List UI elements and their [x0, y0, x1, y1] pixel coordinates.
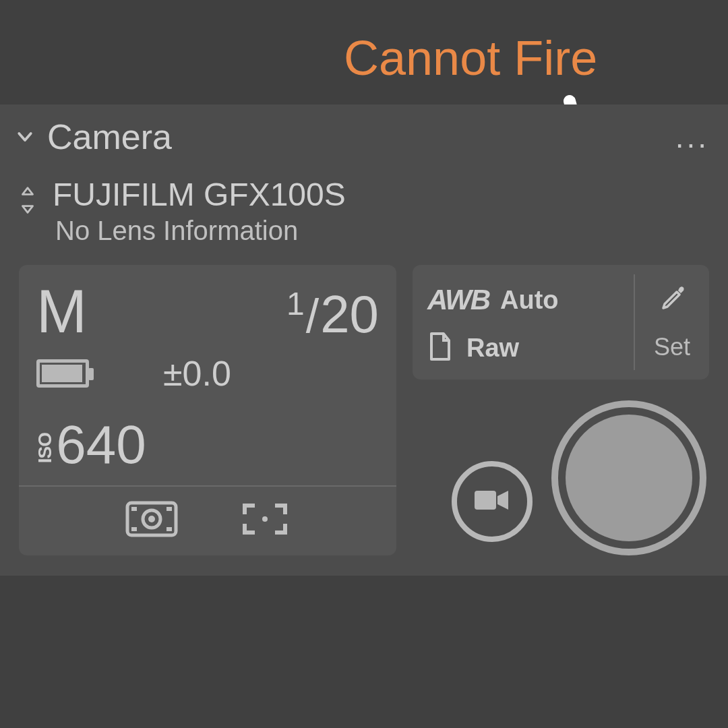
video-icon [473, 487, 511, 516]
wb-picker-set[interactable]: Set [635, 265, 709, 380]
shutter-denominator: 20 [320, 284, 379, 345]
set-label: Set [654, 333, 690, 361]
svg-rect-6 [166, 527, 172, 531]
metering-mode-icon[interactable] [125, 500, 179, 541]
annotation-label: Cannot Fire [344, 30, 597, 86]
camera-switch-icon [19, 185, 38, 218]
shutter-speed[interactable]: 1 / 20 [286, 284, 379, 345]
format-label: Raw [466, 334, 519, 363]
exposure-settings: M 1 / 20 ±0.0 ISO 640 [19, 265, 396, 555]
awb-icon: AWB [427, 284, 489, 316]
panel-menu-button[interactable]: ... [675, 119, 709, 155]
eyedropper-icon [657, 284, 688, 317]
panel-title: Camera [47, 117, 675, 157]
video-record-button[interactable] [452, 461, 533, 542]
svg-rect-4 [166, 507, 172, 511]
camera-panel: Camera ... FUJIFILM GFX100S No Lens Info… [0, 104, 728, 576]
shutter-slash: / [306, 289, 319, 343]
capture-button[interactable] [551, 400, 706, 555]
iso-setting[interactable]: ISO 640 [36, 414, 379, 476]
exposure-mode[interactable]: M [36, 277, 87, 346]
battery-icon [36, 359, 89, 388]
svg-rect-3 [131, 507, 137, 511]
ev-compensation[interactable]: ±0.0 [163, 353, 231, 394]
capture-button-inner [566, 415, 692, 541]
collapse-toggle[interactable] [15, 127, 35, 147]
file-format[interactable]: Raw [427, 331, 627, 365]
wb-mode: Auto [500, 286, 559, 315]
svg-rect-5 [131, 527, 137, 531]
focus-mode-icon[interactable] [239, 500, 291, 541]
file-icon [427, 331, 453, 365]
svg-point-2 [148, 516, 155, 522]
panel-header: Camera ... [0, 104, 728, 164]
iso-value: 640 [56, 414, 146, 476]
shutter-numerator: 1 [286, 285, 305, 322]
white-balance[interactable]: AWB Auto [427, 284, 627, 316]
wb-format-box: AWB Auto Raw [413, 265, 709, 380]
lens-info: No Lens Information [55, 216, 346, 246]
camera-model: FUJIFILM GFX100S [53, 176, 346, 213]
iso-label: ISO [36, 433, 53, 463]
svg-rect-8 [475, 491, 496, 510]
svg-point-7 [262, 516, 268, 522]
camera-selector[interactable]: FUJIFILM GFX100S No Lens Information [0, 164, 728, 250]
